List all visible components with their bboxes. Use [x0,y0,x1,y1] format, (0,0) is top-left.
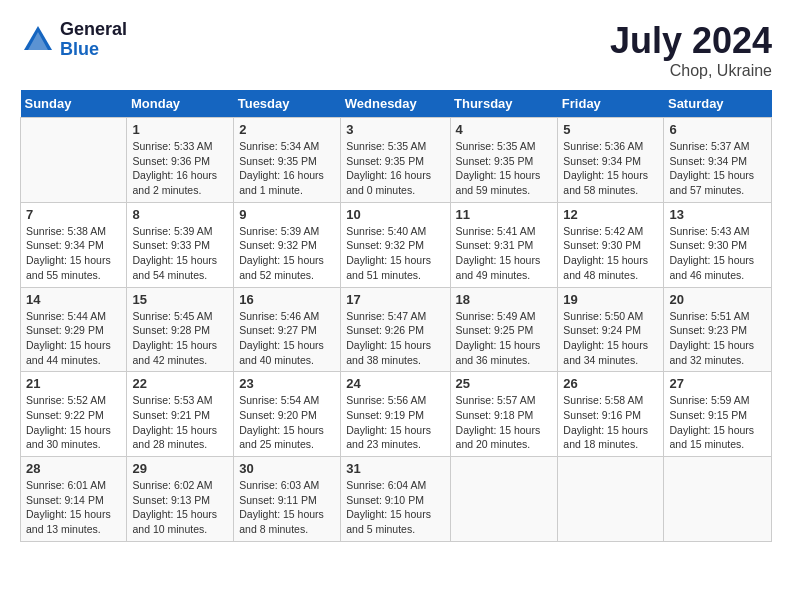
calendar-cell: 1Sunrise: 5:33 AM Sunset: 9:36 PM Daylig… [127,118,234,203]
day-number: 17 [346,292,444,307]
calendar-cell: 16Sunrise: 5:46 AM Sunset: 9:27 PM Dayli… [234,287,341,372]
calendar-subtitle: Chop, Ukraine [610,62,772,80]
logo-general-text: General [60,20,127,40]
day-content: Sunrise: 5:58 AM Sunset: 9:16 PM Dayligh… [563,393,658,452]
day-number: 4 [456,122,553,137]
calendar-cell: 4Sunrise: 5:35 AM Sunset: 9:35 PM Daylig… [450,118,558,203]
day-content: Sunrise: 5:45 AM Sunset: 9:28 PM Dayligh… [132,309,228,368]
day-header-thursday: Thursday [450,90,558,118]
day-header-monday: Monday [127,90,234,118]
day-content: Sunrise: 5:40 AM Sunset: 9:32 PM Dayligh… [346,224,444,283]
calendar-cell: 5Sunrise: 5:36 AM Sunset: 9:34 PM Daylig… [558,118,664,203]
day-content: Sunrise: 5:54 AM Sunset: 9:20 PM Dayligh… [239,393,335,452]
calendar-cell: 11Sunrise: 5:41 AM Sunset: 9:31 PM Dayli… [450,202,558,287]
calendar-week-row: 28Sunrise: 6:01 AM Sunset: 9:14 PM Dayli… [21,457,772,542]
day-content: Sunrise: 5:43 AM Sunset: 9:30 PM Dayligh… [669,224,766,283]
calendar-cell: 12Sunrise: 5:42 AM Sunset: 9:30 PM Dayli… [558,202,664,287]
day-number: 5 [563,122,658,137]
calendar-cell: 8Sunrise: 5:39 AM Sunset: 9:33 PM Daylig… [127,202,234,287]
day-header-tuesday: Tuesday [234,90,341,118]
day-number: 10 [346,207,444,222]
calendar-cell: 20Sunrise: 5:51 AM Sunset: 9:23 PM Dayli… [664,287,772,372]
logo: General Blue [20,20,127,60]
day-number: 20 [669,292,766,307]
day-number: 9 [239,207,335,222]
day-content: Sunrise: 6:02 AM Sunset: 9:13 PM Dayligh… [132,478,228,537]
calendar-cell: 10Sunrise: 5:40 AM Sunset: 9:32 PM Dayli… [341,202,450,287]
day-content: Sunrise: 5:41 AM Sunset: 9:31 PM Dayligh… [456,224,553,283]
calendar-cell [450,457,558,542]
day-content: Sunrise: 5:57 AM Sunset: 9:18 PM Dayligh… [456,393,553,452]
day-content: Sunrise: 5:39 AM Sunset: 9:32 PM Dayligh… [239,224,335,283]
day-number: 27 [669,376,766,391]
day-number: 23 [239,376,335,391]
day-content: Sunrise: 5:59 AM Sunset: 9:15 PM Dayligh… [669,393,766,452]
day-number: 2 [239,122,335,137]
day-number: 15 [132,292,228,307]
day-number: 26 [563,376,658,391]
calendar-cell: 25Sunrise: 5:57 AM Sunset: 9:18 PM Dayli… [450,372,558,457]
day-number: 24 [346,376,444,391]
day-content: Sunrise: 5:36 AM Sunset: 9:34 PM Dayligh… [563,139,658,198]
calendar-cell: 21Sunrise: 5:52 AM Sunset: 9:22 PM Dayli… [21,372,127,457]
calendar-cell: 26Sunrise: 5:58 AM Sunset: 9:16 PM Dayli… [558,372,664,457]
day-number: 3 [346,122,444,137]
logo-name: General Blue [60,20,127,60]
day-content: Sunrise: 5:52 AM Sunset: 9:22 PM Dayligh… [26,393,121,452]
calendar-cell: 23Sunrise: 5:54 AM Sunset: 9:20 PM Dayli… [234,372,341,457]
calendar-cell: 14Sunrise: 5:44 AM Sunset: 9:29 PM Dayli… [21,287,127,372]
calendar-cell: 30Sunrise: 6:03 AM Sunset: 9:11 PM Dayli… [234,457,341,542]
title-area: July 2024 Chop, Ukraine [610,20,772,80]
day-number: 22 [132,376,228,391]
day-number: 1 [132,122,228,137]
day-content: Sunrise: 5:51 AM Sunset: 9:23 PM Dayligh… [669,309,766,368]
day-content: Sunrise: 5:33 AM Sunset: 9:36 PM Dayligh… [132,139,228,198]
day-content: Sunrise: 5:38 AM Sunset: 9:34 PM Dayligh… [26,224,121,283]
day-content: Sunrise: 6:04 AM Sunset: 9:10 PM Dayligh… [346,478,444,537]
day-content: Sunrise: 5:34 AM Sunset: 9:35 PM Dayligh… [239,139,335,198]
day-header-friday: Friday [558,90,664,118]
day-number: 12 [563,207,658,222]
calendar-cell: 9Sunrise: 5:39 AM Sunset: 9:32 PM Daylig… [234,202,341,287]
day-content: Sunrise: 5:53 AM Sunset: 9:21 PM Dayligh… [132,393,228,452]
calendar-cell: 3Sunrise: 5:35 AM Sunset: 9:35 PM Daylig… [341,118,450,203]
day-content: Sunrise: 5:42 AM Sunset: 9:30 PM Dayligh… [563,224,658,283]
calendar-cell: 17Sunrise: 5:47 AM Sunset: 9:26 PM Dayli… [341,287,450,372]
day-content: Sunrise: 6:03 AM Sunset: 9:11 PM Dayligh… [239,478,335,537]
day-content: Sunrise: 5:44 AM Sunset: 9:29 PM Dayligh… [26,309,121,368]
day-header-sunday: Sunday [21,90,127,118]
day-content: Sunrise: 5:35 AM Sunset: 9:35 PM Dayligh… [346,139,444,198]
calendar-cell [21,118,127,203]
calendar-cell: 19Sunrise: 5:50 AM Sunset: 9:24 PM Dayli… [558,287,664,372]
day-number: 16 [239,292,335,307]
day-content: Sunrise: 5:49 AM Sunset: 9:25 PM Dayligh… [456,309,553,368]
calendar-cell: 13Sunrise: 5:43 AM Sunset: 9:30 PM Dayli… [664,202,772,287]
calendar-cell: 22Sunrise: 5:53 AM Sunset: 9:21 PM Dayli… [127,372,234,457]
calendar-cell: 28Sunrise: 6:01 AM Sunset: 9:14 PM Dayli… [21,457,127,542]
day-number: 11 [456,207,553,222]
day-number: 28 [26,461,121,476]
calendar-cell: 18Sunrise: 5:49 AM Sunset: 9:25 PM Dayli… [450,287,558,372]
calendar-week-row: 14Sunrise: 5:44 AM Sunset: 9:29 PM Dayli… [21,287,772,372]
day-number: 8 [132,207,228,222]
calendar-week-row: 1Sunrise: 5:33 AM Sunset: 9:36 PM Daylig… [21,118,772,203]
day-number: 29 [132,461,228,476]
day-number: 7 [26,207,121,222]
calendar-week-row: 7Sunrise: 5:38 AM Sunset: 9:34 PM Daylig… [21,202,772,287]
day-content: Sunrise: 6:01 AM Sunset: 9:14 PM Dayligh… [26,478,121,537]
day-content: Sunrise: 5:35 AM Sunset: 9:35 PM Dayligh… [456,139,553,198]
calendar-cell: 15Sunrise: 5:45 AM Sunset: 9:28 PM Dayli… [127,287,234,372]
calendar-cell: 6Sunrise: 5:37 AM Sunset: 9:34 PM Daylig… [664,118,772,203]
day-content: Sunrise: 5:56 AM Sunset: 9:19 PM Dayligh… [346,393,444,452]
day-number: 30 [239,461,335,476]
day-number: 18 [456,292,553,307]
calendar-cell: 2Sunrise: 5:34 AM Sunset: 9:35 PM Daylig… [234,118,341,203]
day-content: Sunrise: 5:39 AM Sunset: 9:33 PM Dayligh… [132,224,228,283]
page-header: General Blue July 2024 Chop, Ukraine [20,20,772,80]
calendar-cell: 27Sunrise: 5:59 AM Sunset: 9:15 PM Dayli… [664,372,772,457]
calendar-week-row: 21Sunrise: 5:52 AM Sunset: 9:22 PM Dayli… [21,372,772,457]
calendar-title: July 2024 [610,20,772,62]
calendar-cell [664,457,772,542]
calendar-cell: 31Sunrise: 6:04 AM Sunset: 9:10 PM Dayli… [341,457,450,542]
day-content: Sunrise: 5:46 AM Sunset: 9:27 PM Dayligh… [239,309,335,368]
